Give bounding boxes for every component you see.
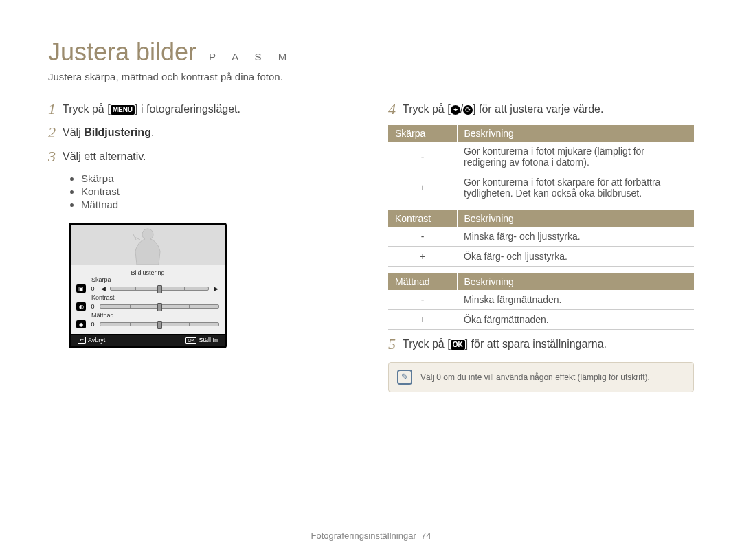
page-footer: Fotograferingsinställningar 74 bbox=[0, 530, 742, 541]
step-4: 4 Tryck på [✦/⟳] för att justera varje v… bbox=[388, 102, 694, 117]
slider-value: 0 bbox=[89, 303, 96, 310]
step1-pre: Tryck på [ bbox=[63, 103, 111, 115]
td: Öka färgmättnaden. bbox=[457, 310, 694, 330]
slider-row: ◐ 0 bbox=[76, 302, 219, 311]
step2-bold: Bildjustering bbox=[84, 126, 151, 138]
step4-pre: Tryck på [ bbox=[403, 103, 451, 115]
step1-post: ] i fotograferingsläget. bbox=[135, 103, 240, 115]
td: - bbox=[388, 290, 457, 310]
slider-row: ▣ 0 ◀ ▶ bbox=[76, 284, 219, 293]
td: + bbox=[388, 172, 457, 203]
slider-row: ◆ 0 bbox=[76, 320, 219, 328]
note-icon: ✎ bbox=[397, 370, 412, 385]
th: Beskrivning bbox=[457, 210, 694, 227]
table-sharpness: SkärpaBeskrivning -Gör konturerna i foto… bbox=[388, 125, 694, 203]
th: Kontrast bbox=[388, 210, 457, 227]
note-box: ✎ Välj 0 om du inte vill använda någon e… bbox=[388, 362, 694, 392]
back-icon: ↩ bbox=[78, 337, 86, 344]
flash-icon: ✦ bbox=[451, 105, 460, 115]
slider-label: Mättnad bbox=[91, 312, 219, 319]
footer-page: 74 bbox=[421, 530, 431, 541]
ok-label: Ställ In bbox=[199, 337, 218, 344]
step3-text: Välj ett alternativ. bbox=[63, 149, 354, 164]
td: + bbox=[388, 310, 457, 330]
th: Beskrivning bbox=[457, 273, 694, 290]
step4-post: ] för att justera varje värde. bbox=[473, 103, 603, 115]
right-arrow-icon: ▶ bbox=[212, 285, 219, 292]
td: Minska färgmättnaden. bbox=[457, 290, 694, 310]
camera-screen-illustration: Bildjustering Skärpa ▣ 0 ◀ ▶ Kontrast ◐ … bbox=[69, 223, 227, 348]
step-3: 3 Välj ett alternativ. bbox=[48, 149, 354, 164]
td: - bbox=[388, 227, 457, 247]
slider-value: 0 bbox=[89, 285, 96, 292]
sharpness-icon: ▣ bbox=[76, 284, 86, 293]
step-number: 5 bbox=[388, 337, 396, 352]
td: - bbox=[388, 142, 457, 172]
step-number: 3 bbox=[48, 149, 56, 164]
list-item: Kontrast bbox=[81, 186, 354, 197]
td: Minska färg- och ljusstyrka. bbox=[457, 227, 694, 247]
step5-post: ] för att spara inställningarna. bbox=[465, 338, 607, 350]
th: Skärpa bbox=[388, 125, 457, 142]
silhouette-icon bbox=[130, 226, 166, 265]
th: Mättnad bbox=[388, 273, 457, 290]
step-number: 1 bbox=[48, 102, 56, 117]
list-item: Skärpa bbox=[81, 172, 354, 184]
left-arrow-icon: ◀ bbox=[100, 285, 106, 292]
note-text: Välj 0 om du inte vill använda någon eff… bbox=[420, 372, 650, 382]
right-column: 4 Tryck på [✦/⟳] för att justera varje v… bbox=[388, 102, 694, 392]
step5-pre: Tryck på [ bbox=[403, 338, 451, 350]
page-title: Justera bilder bbox=[48, 38, 196, 67]
option-list: Skärpa Kontrast Mättnad bbox=[81, 172, 354, 210]
screen-title: Bildjustering bbox=[76, 268, 219, 276]
step-5: 5 Tryck på [OK] för att spara inställnin… bbox=[388, 337, 694, 352]
step-2: 2 Välj Bildjustering. bbox=[48, 125, 354, 140]
slider-value: 0 bbox=[89, 321, 96, 328]
page-header: Justera bilder P A S M bbox=[48, 38, 694, 67]
ok-icon: OK bbox=[451, 340, 465, 350]
th: Beskrivning bbox=[457, 125, 694, 142]
menu-icon: MENU bbox=[111, 105, 135, 115]
saturation-icon: ◆ bbox=[76, 320, 86, 328]
step-number: 4 bbox=[388, 102, 396, 117]
left-column: 1 Tryck på [MENU] i fotograferingsläget.… bbox=[48, 102, 354, 392]
td: Öka färg- och ljusstyrka. bbox=[457, 247, 694, 267]
step2-pre: Välj bbox=[63, 126, 84, 138]
slider-label: Kontrast bbox=[91, 294, 219, 301]
pasm-badge: P A S M bbox=[209, 51, 293, 63]
screen-footer: ↩Avbryt OKStäll In bbox=[71, 334, 225, 346]
cancel-label: Avbryt bbox=[88, 337, 105, 344]
step-number: 2 bbox=[48, 125, 56, 140]
td: Gör konturerna i fotot skarpare för att … bbox=[457, 172, 694, 203]
page-subtitle: Justera skärpa, mättnad och kontrast på … bbox=[48, 71, 694, 82]
slider-label: Skärpa bbox=[91, 276, 219, 283]
step2-post: . bbox=[151, 126, 154, 138]
timer-icon: ⟳ bbox=[463, 105, 473, 115]
td: Gör konturerna i fotot mjukare (lämpligt… bbox=[457, 142, 694, 172]
table-saturation: MättnadBeskrivning -Minska färgmättnaden… bbox=[388, 273, 694, 330]
step-1: 1 Tryck på [MENU] i fotograferingsläget. bbox=[48, 102, 354, 117]
list-item: Mättnad bbox=[81, 199, 354, 210]
td: + bbox=[388, 247, 457, 267]
ok-icon: OK bbox=[186, 337, 196, 344]
footer-label: Fotograferingsinställningar bbox=[311, 530, 416, 541]
table-contrast: KontrastBeskrivning -Minska färg- och lj… bbox=[388, 210, 694, 267]
contrast-icon: ◐ bbox=[76, 302, 86, 311]
